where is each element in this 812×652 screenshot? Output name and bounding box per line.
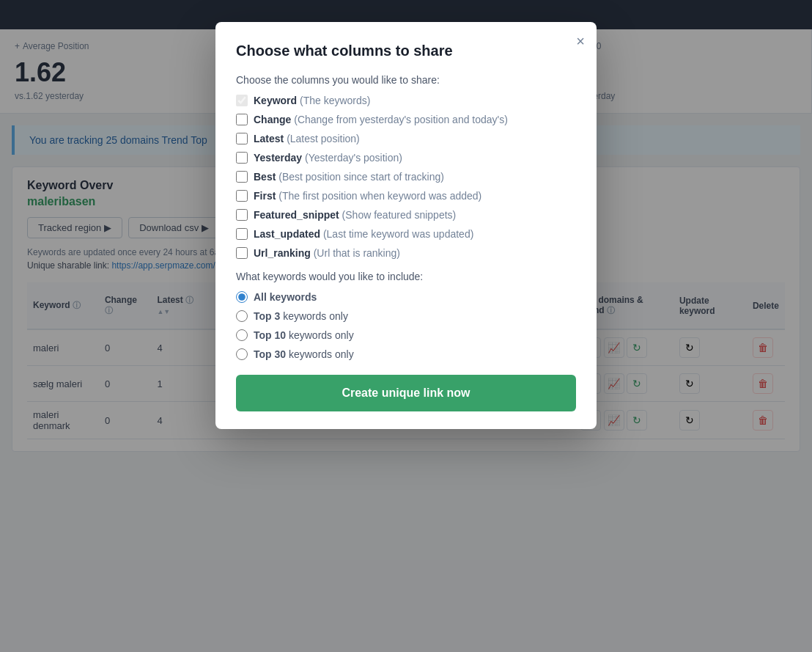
checkbox-label-yesterday: Yesterday [254, 152, 302, 164]
checkbox-featured_snippet[interactable] [236, 209, 248, 221]
checkbox-row-yesterday: Yesterday (Yesterday's position) [236, 152, 576, 164]
checkbox-row-keyword: Keyword (The keywords) [236, 95, 576, 106]
radio-label-top10: Top 10 keywords only [254, 329, 354, 341]
radio-row-top30: Top 30 keywords only [236, 348, 576, 360]
checkbox-row-featured_snippet: Featured_snippet (Show featured snippets… [236, 209, 576, 221]
radio-top10[interactable] [236, 329, 248, 341]
checkbox-best[interactable] [236, 171, 248, 183]
checkbox-label-last_updated: Last_updated [254, 228, 320, 240]
checkbox-row-last_updated: Last_updated (Last time keyword was upda… [236, 228, 576, 240]
checkbox-label-change: Change [254, 114, 291, 125]
radio-label-top30: Top 30 keywords only [254, 348, 354, 360]
checkbox-label-featured_snippet: Featured_snippet [254, 209, 339, 221]
choose-columns-modal: Choose what columns to share × Choose th… [215, 22, 597, 429]
checkbox-desc-yesterday: (Yesterday's position) [305, 152, 402, 164]
checkbox-row-change: Change (Change from yesterday's position… [236, 114, 576, 125]
modal-keywords-label: What keywords would you like to include: [236, 271, 576, 282]
checkbox-desc-best: (Best position since start of tracking) [278, 171, 444, 183]
checkbox-label-latest: Latest [254, 133, 284, 144]
radio-top30[interactable] [236, 348, 248, 360]
checkbox-desc-last_updated: (Last time keyword was updated) [323, 228, 473, 240]
radio-label-all: All keywords [254, 291, 317, 303]
checkbox-keyword [236, 95, 248, 106]
checkbox-latest[interactable] [236, 133, 248, 144]
checkbox-row-url_ranking: Url_ranking (Url that is ranking) [236, 247, 576, 259]
checkbox-desc-latest: (Latest position) [287, 133, 360, 144]
radio-all[interactable] [236, 291, 248, 303]
modal-columns-label: Choose the columns you would like to sha… [236, 74, 576, 86]
checkbox-label-url_ranking: Url_ranking [254, 247, 311, 259]
checkbox-row-best: Best (Best position since start of track… [236, 171, 576, 183]
radio-row-top3: Top 3 keywords only [236, 310, 576, 322]
checkbox-label-first: First [254, 190, 276, 202]
modal-title: Choose what columns to share [236, 43, 576, 59]
checkbox-row-latest: Latest (Latest position) [236, 133, 576, 144]
modal-close-button[interactable]: × [576, 34, 585, 48]
checkbox-desc-url_ranking: (Url that is ranking) [314, 247, 400, 259]
radio-top3[interactable] [236, 310, 248, 322]
column-checkboxes-list: Keyword (The keywords) Change (Change fr… [236, 95, 576, 259]
checkbox-row-first: First (The first position when keyword w… [236, 190, 576, 202]
radio-row-top10: Top 10 keywords only [236, 329, 576, 341]
checkbox-desc-first: (The first position when keyword was add… [278, 190, 481, 202]
checkbox-last_updated[interactable] [236, 228, 248, 240]
modal-overlay: Choose what columns to share × Choose th… [0, 0, 812, 652]
checkbox-label-keyword: Keyword [254, 95, 297, 106]
checkbox-label-best: Best [254, 171, 276, 183]
radio-label-top3: Top 3 keywords only [254, 310, 348, 322]
create-link-button[interactable]: Create unique link now [236, 375, 576, 411]
checkbox-yesterday[interactable] [236, 152, 248, 164]
page-background: + Average Position 1.62 vs.1.62 yesterda… [0, 0, 812, 652]
keyword-filter-radios: All keywords Top 3 keywords only Top 10 … [236, 291, 576, 360]
checkbox-desc-keyword: (The keywords) [300, 95, 370, 106]
checkbox-url_ranking[interactable] [236, 247, 248, 259]
checkbox-first[interactable] [236, 190, 248, 202]
checkbox-desc-featured_snippet: (Show featured snippets) [342, 209, 457, 221]
checkbox-desc-change: (Change from yesterday's position and to… [294, 114, 508, 125]
checkbox-change[interactable] [236, 114, 248, 125]
radio-row-all: All keywords [236, 291, 576, 303]
